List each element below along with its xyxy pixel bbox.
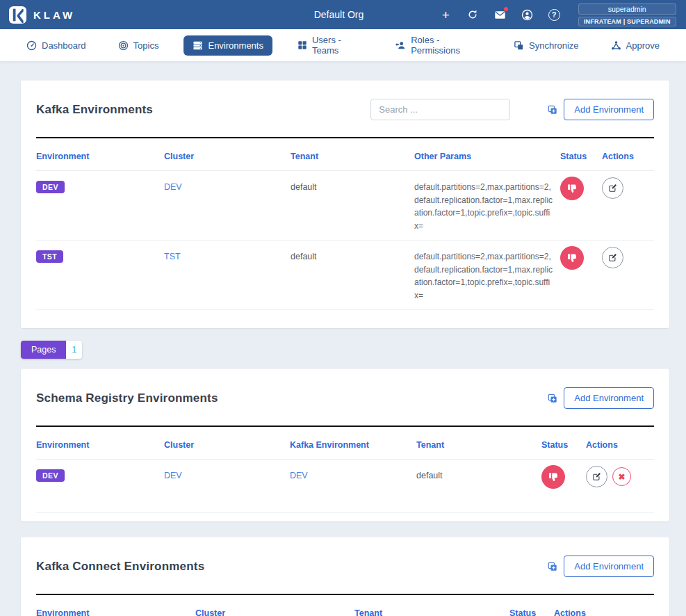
column-header-actions: Actions	[586, 440, 654, 450]
table-header-row: Environment Cluster Tenant Other Params …	[36, 138, 654, 171]
column-header-tenant: Tenant	[291, 152, 414, 161]
synchronize-icon	[514, 40, 524, 51]
delete-x-icon: ✖	[618, 472, 625, 482]
pages-button[interactable]: Pages	[21, 341, 66, 359]
column-header-environment: Environment	[36, 608, 195, 616]
column-header-tenant: Tenant	[416, 440, 541, 450]
tenant-value: default	[416, 471, 443, 480]
environment-badge: TST	[36, 250, 63, 263]
column-header-cluster: Cluster	[195, 608, 354, 616]
tab-topics[interactable]: Topics	[111, 35, 166, 56]
kafka-environment-link[interactable]: DEV	[290, 471, 308, 480]
help-icon[interactable]: ?	[548, 8, 560, 21]
mail-icon[interactable]	[494, 8, 506, 21]
kafka-connect-environments-card: Kafka Connect Environments Add Environme…	[21, 537, 669, 616]
user-info: superadmin INFRATEAM | SUPERADMIN	[578, 3, 676, 26]
thumbs-down-icon	[567, 253, 578, 264]
edit-icon	[608, 184, 617, 193]
brand-name[interactable]: KLAW	[33, 9, 75, 21]
table-row: TST TST default default.partitions=2,max…	[36, 241, 654, 310]
page-number[interactable]: 1	[66, 341, 82, 359]
kafka-environments-card: Kafka Environments Add Environment Envir…	[21, 80, 669, 328]
tab-users-teams[interactable]: Users - Teams	[291, 30, 370, 60]
copy-add-icon[interactable]	[548, 105, 557, 115]
environment-badge: DEV	[36, 181, 65, 193]
edit-icon	[608, 253, 617, 262]
tab-environments[interactable]: Environments	[183, 35, 272, 56]
edit-icon	[592, 472, 601, 481]
thumbs-down-icon	[567, 184, 578, 194]
user-team-role[interactable]: INFRATEAM | SUPERADMIN	[578, 17, 676, 26]
delete-button[interactable]: ✖	[612, 467, 631, 486]
notification-dot	[504, 7, 508, 11]
card-title: Kafka Connect Environments	[36, 560, 548, 574]
add-environment-button[interactable]: Add Environment	[564, 387, 654, 409]
copy-add-icon[interactable]	[548, 394, 557, 403]
approve-icon	[611, 40, 621, 51]
top-navbar: KLAW Default Org + ?	[0, 0, 686, 29]
thumbs-down-icon	[548, 472, 559, 483]
table-header-row: Environment Cluster Kafka Environment Te…	[36, 427, 654, 460]
klaw-logo-icon[interactable]	[8, 6, 27, 24]
tab-label: Roles - Permissions	[411, 35, 482, 56]
table-row: DEV DEV default default.partitions=2,max…	[36, 171, 654, 241]
tab-label: Dashboard	[42, 40, 86, 51]
tab-roles-permissions[interactable]: Roles - Permissions	[388, 30, 489, 60]
plus-glyph: +	[442, 8, 450, 22]
column-header-environment: Environment	[36, 440, 164, 450]
column-header-status: Status	[560, 152, 602, 161]
column-header-actions: Actions	[554, 608, 654, 616]
environments-icon	[193, 40, 203, 51]
table-row: DEV DEV DEV default	[36, 460, 654, 513]
column-header-tenant: Tenant	[354, 608, 509, 616]
column-header-actions: Actions	[602, 152, 654, 161]
column-header-kafka-environment: Kafka Environment	[290, 440, 416, 450]
other-params-value: default.partitions=2,max.partitions=2,de…	[414, 182, 553, 231]
topics-icon	[118, 40, 129, 51]
tenant-value: default	[291, 252, 317, 261]
cluster-link[interactable]: DEV	[164, 182, 182, 192]
edit-button[interactable]	[586, 466, 607, 487]
dashboard-icon	[26, 40, 37, 51]
users-teams-icon	[297, 40, 307, 50]
status-button[interactable]	[560, 177, 584, 200]
add-environment-button[interactable]: Add Environment	[564, 99, 654, 120]
search-input[interactable]	[370, 99, 510, 120]
add-icon[interactable]: +	[440, 8, 452, 21]
other-params-value: default.partitions=2,max.partitions=2,de…	[414, 252, 553, 300]
page-content: Kafka Environments Add Environment Envir…	[0, 62, 686, 616]
user-icon[interactable]	[521, 8, 533, 21]
tab-synchronize[interactable]: Synchronize	[507, 35, 586, 56]
edit-button[interactable]	[602, 247, 623, 268]
tab-approve[interactable]: Approve	[604, 35, 667, 56]
question-glyph: ?	[548, 9, 560, 21]
column-header-other-params: Other Params	[414, 152, 560, 161]
schema-registry-environments-card: Schema Registry Environments Add Environ…	[21, 368, 669, 521]
roles-permissions-icon	[395, 40, 406, 51]
tab-dashboard[interactable]: Dashboard	[19, 35, 93, 56]
column-header-status: Status	[509, 608, 554, 616]
table-header-row: Environment Cluster Tenant Status Action…	[36, 595, 654, 616]
cluster-link[interactable]: DEV	[164, 471, 182, 480]
edit-button[interactable]	[602, 177, 623, 199]
cluster-link[interactable]: TST	[164, 252, 181, 261]
schema-registry-table: Environment Cluster Kafka Environment Te…	[21, 427, 669, 521]
tab-label: Users - Teams	[312, 35, 363, 56]
tenant-value: default	[291, 182, 317, 192]
column-header-status: Status	[541, 440, 586, 450]
navbar-actions: + ? superadmin INFRATEAM	[440, 3, 676, 26]
column-header-environment: Environment	[36, 152, 164, 161]
card-title: Schema Registry Environments	[36, 391, 548, 405]
status-button[interactable]	[560, 246, 584, 270]
column-header-cluster: Cluster	[164, 152, 291, 161]
tab-label: Environments	[208, 40, 263, 51]
add-environment-button[interactable]: Add Environment	[564, 556, 654, 577]
refresh-icon[interactable]	[467, 8, 479, 21]
kafka-connect-table: Environment Cluster Tenant Status Action…	[21, 595, 669, 616]
copy-add-icon[interactable]	[548, 562, 557, 572]
status-button[interactable]	[541, 465, 565, 489]
user-name[interactable]: superadmin	[578, 3, 676, 15]
card-title: Kafka Environments	[36, 103, 370, 117]
kafka-environments-table: Environment Cluster Tenant Other Params …	[21, 138, 669, 328]
org-title: Default Org	[238, 9, 440, 20]
